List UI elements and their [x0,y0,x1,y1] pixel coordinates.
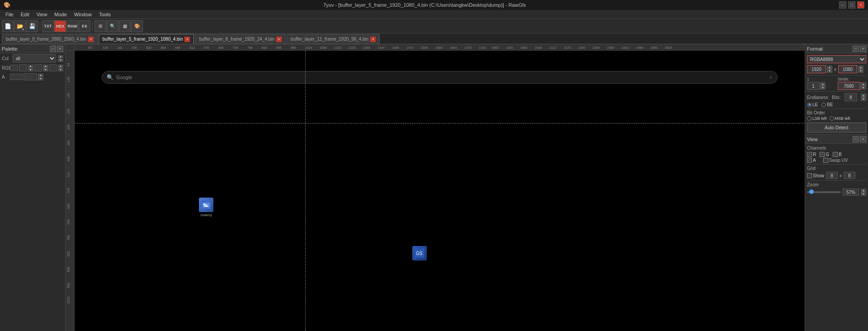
svg-text:128: 128 [67,77,70,82]
palette-r-spin: ▲ ▼ [28,65,33,71]
align-down[interactable]: ▼ [820,86,826,90]
grid-w-input[interactable] [826,172,838,179]
palette-r-val[interactable] [19,64,27,71]
palette-g-val[interactable] [34,64,42,71]
format-width-input[interactable] [807,65,826,73]
checkbox-r-label: R [813,152,816,157]
palette-a-val[interactable] [24,73,37,80]
format-width-up[interactable]: ▲ [827,66,832,69]
palette-r-down[interactable]: ▼ [28,68,33,71]
radio-le-circle [807,103,811,107]
toolbar-btn-txt[interactable]: TXT [42,20,54,32]
minimize-button[interactable]: − [839,1,846,9]
palette-a-up[interactable]: ▲ [38,74,43,77]
palette-minimize[interactable]: − [50,46,56,52]
toolbar-save[interactable]: 💾 [26,20,38,32]
toolbar-btn-fx[interactable]: FX [79,20,90,32]
toolbar-btn-sel[interactable]: ▦ [119,20,131,32]
toolbar-new[interactable]: 📄 [2,20,14,32]
checkbox-r[interactable]: R [807,152,816,157]
palette-b-down[interactable]: ▼ [58,68,63,71]
palette-g-up[interactable]: ▲ [43,65,48,68]
view-close[interactable]: × [860,136,866,142]
radio-lsb[interactable]: LSB left [807,116,827,121]
checkbox-b[interactable]: B [833,152,842,157]
menu-file[interactable]: File [2,11,17,18]
format-close[interactable]: × [860,46,866,52]
menu-view[interactable]: View [33,11,51,18]
svg-text:1792: 1792 [479,46,486,49]
format-height-up[interactable]: ▲ [858,66,863,69]
zoom-slider-thumb[interactable] [809,189,814,194]
radio-be[interactable]: BE [821,102,833,107]
format-width-down[interactable]: ▼ [827,69,832,73]
zoom-down[interactable]: ▼ [861,192,866,196]
checkbox-a[interactable]: A [807,158,816,163]
canvas-area[interactable]: 64 128 192 256 320 384 448 512 576 640 7… [66,44,805,331]
palette-b-val[interactable] [49,64,57,71]
tab-2-close[interactable]: × [276,37,282,42]
tab-0[interactable]: buffer_layer_0_frame_2880_2560_4.bin × [2,34,98,44]
toolbar-btn-color[interactable]: 🎨 [131,20,143,32]
checkbox-g[interactable]: G [820,152,829,157]
palette-a-slider[interactable] [10,74,24,80]
align-input[interactable] [807,82,820,90]
format-pixel-select[interactable]: RGBA8888 [807,55,866,63]
a-swapuv-row: A Swap UV [807,158,866,163]
svg-text:320: 320 [67,124,70,130]
radio-msb[interactable]: MSB left [830,116,850,121]
toolbar-btn-zoom[interactable]: 🔍 [107,20,118,32]
palette-a-down[interactable]: ▼ [38,77,43,80]
stride-up[interactable]: ▲ [861,82,866,86]
radio-le[interactable]: LE [807,102,818,107]
bits-down[interactable]: ▼ [861,97,866,101]
format-height-input[interactable] [838,65,857,73]
menu-mode[interactable]: Mode [51,11,71,18]
palette-b-up[interactable]: ▲ [58,65,63,68]
view-minimize[interactable]: − [853,136,859,142]
toolbar-btn-hex[interactable]: HEX [54,20,66,32]
palette-r-up[interactable]: ▲ [28,65,33,68]
zoom-slider-track[interactable] [807,191,841,193]
menu-window[interactable]: Window [71,11,95,18]
palette-r-slider[interactable] [10,65,18,71]
palette-col-select[interactable]: all [13,54,56,62]
checkbox-show[interactable]: Show [807,173,824,178]
checkbox-a-label: A [813,158,816,163]
toolbar-btn-grid[interactable]: ⊞ [94,20,106,32]
tab-3[interactable]: buffer_layer_11_frame_1920_56_4.bin × [287,34,380,44]
radio-lsb-label: LSB left [812,116,827,121]
close-button[interactable]: × [857,1,864,9]
toolbar-btn-raw[interactable]: RAW [66,20,78,32]
checkbox-show-box [807,173,812,178]
tab-2[interactable]: buffer_layer_6_frame_1920_24_4.bin × [195,34,286,44]
menu-tools[interactable]: Tools [95,11,114,18]
svg-text:448: 448 [67,156,70,161]
menu-edit[interactable]: Edit [17,11,33,18]
zoom-up[interactable]: ▲ [861,189,866,192]
toolbar-open[interactable]: 📂▼ [14,20,26,32]
format-minimize[interactable]: − [853,46,859,52]
bits-up[interactable]: ▲ [861,94,866,97]
format-height-down[interactable]: ▼ [858,69,863,73]
bits-input[interactable] [844,93,857,101]
checkbox-g-box [820,152,825,157]
palette-col-up[interactable]: ▲ [58,55,63,58]
stride-down[interactable]: ▼ [861,86,866,90]
tab-0-close[interactable]: × [88,37,94,42]
checkbox-swapuv[interactable]: Swap UV [823,158,848,163]
auto-detect-button[interactable]: Auto Detect [807,123,866,132]
stride-input[interactable] [838,82,860,90]
tab-3-close[interactable]: × [370,37,376,42]
tab-1-close[interactable]: × [184,37,190,42]
grid-h-input[interactable] [844,172,855,179]
palette-close[interactable]: × [57,46,63,52]
palette-col-down[interactable]: ▼ [58,59,63,62]
tab-1[interactable]: buffer_layer_5_frame_1920_1080_4.bin × [99,34,194,44]
maximize-button[interactable]: □ [848,1,855,9]
zoom-input[interactable] [843,189,859,196]
align-up[interactable]: ▲ [820,82,826,86]
palette-g-down[interactable]: ▼ [43,68,48,71]
ruler-corner [66,44,75,51]
radio-lsb-circle [807,116,811,121]
